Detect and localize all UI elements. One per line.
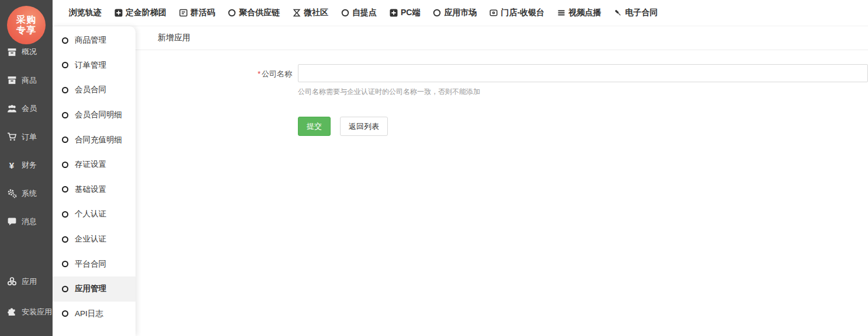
ring-icon xyxy=(62,136,68,143)
ring-icon xyxy=(62,236,68,243)
submit-button[interactable]: 提交 xyxy=(298,117,331,136)
nav-label: PC端 xyxy=(401,8,420,18)
nav-pickup-point[interactable]: 自提点 xyxy=(341,8,377,18)
menu-item-order-management[interactable]: 订单管理 xyxy=(53,53,136,78)
message-bubble-icon xyxy=(6,216,17,227)
sidebar-item-install-apps[interactable]: 安装应用 xyxy=(0,297,53,327)
nav-label: 视频点播 xyxy=(568,8,601,18)
menu-lines-icon xyxy=(557,9,565,18)
ring-icon xyxy=(62,211,68,218)
menu-item-label: 应用管理 xyxy=(75,284,106,294)
logo-line1: 采购 xyxy=(16,15,36,25)
sidebar-item-overview[interactable]: 概况 xyxy=(0,38,53,66)
sidebar-item-label: 商品 xyxy=(22,75,37,86)
sidebar-item-label: 财务 xyxy=(22,160,37,170)
nav-e-contract[interactable]: 电子合同 xyxy=(613,8,658,18)
menu-item-label: 会员合同 xyxy=(75,85,106,95)
ring-icon xyxy=(62,112,68,118)
nav-app-market[interactable]: 应用市场 xyxy=(432,8,477,18)
nav-pc-client[interactable]: PC端 xyxy=(389,8,420,18)
content-area: 商品管理 订单管理 会员合同 会员合同明细 合同充值明细 xyxy=(53,26,868,336)
menu-item-platform-contract[interactable]: 平台合同 xyxy=(53,251,136,276)
sidebar-spacer xyxy=(0,236,53,267)
menu-item-label: 企业认证 xyxy=(75,234,106,244)
new-app-form: *公司名称 公司名称需要与企业认证时的公司名称一致，否则不能添加 提交 返回列表 xyxy=(136,50,868,136)
sidebar-item-stats-cutoff[interactable] xyxy=(0,327,53,336)
nav-label: 微社区 xyxy=(304,8,328,18)
top-nav: 浏览轨迹 定金阶梯团 群活码 聚合供应链 xyxy=(53,0,868,26)
ring-icon xyxy=(62,87,68,93)
ring-icon xyxy=(62,261,68,267)
circle-icon xyxy=(432,9,441,18)
main-panel: 新增应用 *公司名称 公司名称需要与企业认证时的公司名称一致，否则不能添加 提交 xyxy=(136,26,868,336)
menu-item-api-log[interactable]: API日志 xyxy=(53,302,136,327)
back-to-list-button[interactable]: 返回列表 xyxy=(340,117,388,136)
menu-item-label: 订单管理 xyxy=(75,60,106,71)
puzzle-icon xyxy=(6,307,17,317)
sidebar-item-goods[interactable]: 商品 xyxy=(0,66,53,95)
ring-icon xyxy=(62,310,68,317)
form-actions: 提交 返回列表 xyxy=(136,117,868,136)
nav-browse-track[interactable]: 浏览轨迹 xyxy=(69,8,102,18)
sidebar-item-label: 安装应用 xyxy=(22,307,52,317)
sidebar-item-messages[interactable]: 消息 xyxy=(0,208,53,236)
hourglass-icon xyxy=(292,9,301,18)
primary-sidebar: 采购 专享 概况 商品 会员 xyxy=(0,0,53,336)
circle-icon xyxy=(227,9,236,18)
menu-item-app-management[interactable]: 应用管理 xyxy=(53,276,136,302)
archive-box-icon xyxy=(6,47,17,57)
gears-icon xyxy=(6,188,17,199)
nav-label: 定金阶梯团 xyxy=(126,8,166,18)
company-name-hint: 公司名称需要与企业认证时的公司名称一致，否则不能添加 xyxy=(298,87,868,97)
ring-icon xyxy=(62,162,68,168)
nav-supply-chain[interactable]: 聚合供应链 xyxy=(227,8,280,18)
menu-item-label: 基础设置 xyxy=(75,184,106,195)
menu-item-label: 合同充值明细 xyxy=(75,135,122,145)
sidebar-item-label: 会员 xyxy=(22,103,37,114)
nav-group-qr[interactable]: 群活码 xyxy=(179,8,215,18)
page-title: 新增应用 xyxy=(158,33,190,43)
ring-icon xyxy=(62,286,68,292)
gavel-icon xyxy=(613,9,622,18)
sidebar-item-apps[interactable]: 应用 xyxy=(0,267,53,297)
sidebar-item-members[interactable]: 会员 xyxy=(0,94,53,123)
menu-item-member-contract[interactable]: 会员合同 xyxy=(53,78,136,103)
menu-item-goods-management[interactable]: 商品管理 xyxy=(53,28,136,53)
menu-item-personal-auth[interactable]: 个人认证 xyxy=(53,202,136,227)
nav-label: 群活码 xyxy=(190,8,215,18)
plus-square-icon xyxy=(389,9,398,18)
primary-nav: 概况 商品 会员 订单 ¥ 财务 xyxy=(0,38,53,336)
menu-item-member-contract-detail[interactable]: 会员合同明细 xyxy=(53,103,136,128)
page-header: 新增应用 xyxy=(136,26,868,50)
sidebar-item-finance[interactable]: ¥ 财务 xyxy=(0,151,53,180)
nav-store-cashier[interactable]: 门店-收银台 xyxy=(489,8,544,18)
menu-item-label: 平台合同 xyxy=(75,259,106,270)
required-mark: * xyxy=(258,69,261,78)
menu-item-evidence-settings[interactable]: 存证设置 xyxy=(53,152,136,177)
circle-icon xyxy=(341,9,349,18)
menu-item-basic-settings[interactable]: 基础设置 xyxy=(53,177,136,202)
menu-item-enterprise-auth[interactable]: 企业认证 xyxy=(53,227,136,252)
company-name-input[interactable] xyxy=(298,64,868,82)
menu-item-contract-recharge-detail[interactable]: 合同充值明细 xyxy=(53,127,136,152)
sidebar-item-label: 系统 xyxy=(22,188,37,199)
nav-label: 应用市场 xyxy=(444,8,477,18)
sidebar-item-system[interactable]: 系统 xyxy=(0,180,53,208)
nav-label: 浏览轨迹 xyxy=(69,8,102,18)
cart-icon xyxy=(6,132,17,142)
company-name-field: 公司名称需要与企业认证时的公司名称一致，否则不能添加 xyxy=(298,64,868,97)
sidebar-item-label: 消息 xyxy=(22,216,37,227)
users-icon xyxy=(6,103,17,114)
sidebar-item-orders[interactable]: 订单 xyxy=(0,123,53,152)
nav-deposit-ladder-group[interactable]: 定金阶梯团 xyxy=(114,8,166,18)
sidebar-item-label: 应用 xyxy=(22,276,37,287)
nav-video-on-demand[interactable]: 视频点播 xyxy=(557,8,601,18)
right-column: 浏览轨迹 定金阶梯团 群活码 聚合供应链 xyxy=(53,0,868,336)
nav-label: 门店-收银台 xyxy=(501,8,544,18)
archive-box-icon xyxy=(6,75,17,86)
frame-lines-icon xyxy=(179,9,188,18)
nav-label: 电子合同 xyxy=(625,8,658,18)
app-root: 采购 专享 概况 商品 会员 xyxy=(0,0,868,336)
menu-item-label: API日志 xyxy=(75,309,103,319)
nav-micro-community[interactable]: 微社区 xyxy=(292,8,328,18)
